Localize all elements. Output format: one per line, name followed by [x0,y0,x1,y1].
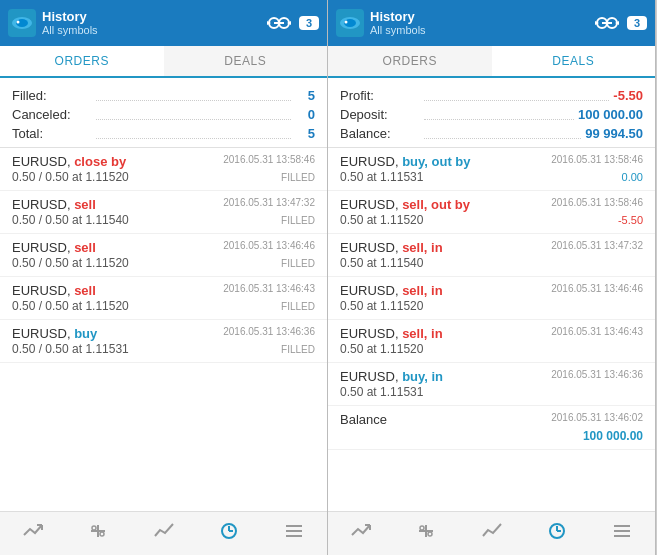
right-bottom-nav [328,511,655,555]
right-tab-orders[interactable]: ORDERS [328,46,492,76]
left-stat-filled-dots [96,91,291,101]
left-order-3-status: FILLED [281,258,315,269]
right-deal-2-symbol: EURUSD, sell, out by [340,197,470,212]
right-stat-deposit-dots [424,110,574,120]
left-stat-total-dots [96,129,291,139]
left-tab-deals[interactable]: DEALS [164,46,328,76]
right-deal-4[interactable]: EURUSD, sell, in 2016.05.31 13:46:46 0.5… [328,277,655,320]
left-tabs: ORDERS DEALS [0,46,327,78]
right-stats: Profit: -5.50 Deposit: 100 000.00 Balanc… [328,78,655,148]
right-deal-1[interactable]: EURUSD, buy, out by 2016.05.31 13:58:46 … [328,148,655,191]
svg-point-33 [428,532,432,536]
right-deal-1-profit: 0.00 [622,171,643,183]
left-nav-trade-icon [87,521,109,546]
left-order-5-datetime: 2016.05.31 13:46:36 [223,326,315,337]
left-stat-filled-label: Filled: [12,88,92,103]
left-order-4[interactable]: EURUSD, sell 2016.05.31 13:46:43 0.50 / … [0,277,327,320]
right-nav-quotes-icon [350,521,372,546]
left-order-5[interactable]: EURUSD, buy 2016.05.31 13:46:36 0.50 / 0… [0,320,327,363]
right-balance-item[interactable]: Balance 2016.05.31 13:46:02 100 000.00 [328,406,655,450]
right-nav-history-icon [546,521,568,546]
left-nav-quotes-icon [22,521,44,546]
right-deal-4-symbol: EURUSD, sell, in [340,283,443,298]
right-deal-1-type: buy, out by [402,154,470,169]
right-balance-label: Balance [340,412,387,427]
right-deal-3-datetime: 2016.05.31 13:47:32 [551,240,643,251]
left-order-2[interactable]: EURUSD, sell 2016.05.31 13:47:32 0.50 / … [0,191,327,234]
right-switch-button[interactable] [595,13,619,33]
left-nav-history-icon [218,521,240,546]
left-stat-filled: Filled: 5 [12,86,315,105]
left-badge: 3 [299,16,319,30]
right-nav-quotes[interactable] [328,512,393,555]
left-switch-button[interactable] [267,13,291,33]
right-deal-5-type: sell, in [402,326,442,341]
right-stat-profit-label: Profit: [340,88,420,103]
left-order-1-symbol: EURUSD, close by [12,154,126,169]
right-stat-balance-value: 99 994.50 [585,126,643,141]
right-nav-menu[interactable] [590,512,655,555]
left-app-icon [8,9,36,37]
left-order-1-status: FILLED [281,172,315,183]
left-order-5-status: FILLED [281,344,315,355]
left-bottom-nav [0,511,327,555]
right-deal-6[interactable]: EURUSD, buy, in 2016.05.31 13:46:36 0.50… [328,363,655,406]
right-deal-4-info: 0.50 at 1.11520 [340,299,423,313]
left-order-2-symbol: EURUSD, sell [12,197,96,212]
right-nav-chart[interactable] [459,512,524,555]
left-stat-total-label: Total: [12,126,92,141]
left-order-1[interactable]: EURUSD, close by 2016.05.31 13:58:46 0.5… [0,148,327,191]
left-nav-chart[interactable] [131,512,196,555]
left-order-4-type: sell [74,283,96,298]
right-stat-balance-dots [424,129,581,139]
left-order-4-status: FILLED [281,301,315,312]
right-nav-trade-icon [415,521,437,546]
right-nav-chart-icon [481,521,503,546]
left-stat-filled-value: 5 [295,88,315,103]
right-deal-1-info: 0.50 at 1.11531 [340,170,423,184]
left-order-4-info: 0.50 / 0.50 at 1.11520 [12,299,129,313]
right-nav-trade[interactable] [393,512,458,555]
right-stat-balance-label: Balance: [340,126,420,141]
left-nav-menu[interactable] [262,512,327,555]
right-tab-deals[interactable]: DEALS [492,46,656,78]
right-stat-profit-dots [424,91,609,101]
svg-point-2 [17,21,20,24]
left-stat-canceled-dots [96,110,291,120]
left-header-subtitle: All symbols [42,24,98,37]
right-deal-6-datetime: 2016.05.31 13:46:36 [551,369,643,380]
right-deal-6-type: buy, in [402,369,443,384]
left-nav-trade[interactable] [65,512,130,555]
right-deal-6-info: 0.50 at 1.11531 [340,385,423,399]
left-nav-quotes[interactable] [0,512,65,555]
right-header: History All symbols 3 [328,0,655,46]
right-deal-2-info: 0.50 at 1.11520 [340,213,423,227]
left-header-right: 3 [267,13,319,33]
right-nav-history[interactable] [524,512,589,555]
right-stat-deposit-value: 100 000.00 [578,107,643,122]
left-stat-canceled: Canceled: 0 [12,105,315,124]
right-deal-3[interactable]: EURUSD, sell, in 2016.05.31 13:47:32 0.5… [328,234,655,277]
left-nav-history[interactable] [196,512,261,555]
right-deal-2[interactable]: EURUSD, sell, out by 2016.05.31 13:58:46… [328,191,655,234]
right-deal-2-datetime: 2016.05.31 13:58:46 [551,197,643,208]
left-order-5-info: 0.50 / 0.50 at 1.11531 [12,342,129,356]
left-tab-orders[interactable]: ORDERS [0,46,164,78]
left-header-title: History [42,9,98,25]
right-nav-menu-icon [611,521,633,546]
left-header-titles: History All symbols [42,9,98,38]
left-orders-list: EURUSD, close by 2016.05.31 13:58:46 0.5… [0,148,327,511]
right-deal-5[interactable]: EURUSD, sell, in 2016.05.31 13:46:43 0.5… [328,320,655,363]
svg-point-32 [420,526,424,530]
left-stat-canceled-label: Canceled: [12,107,92,122]
left-order-3[interactable]: EURUSD, sell 2016.05.31 13:46:46 0.50 / … [0,234,327,277]
right-deal-2-type: sell, out by [402,197,470,212]
left-order-3-datetime: 2016.05.31 13:46:46 [223,240,315,251]
left-order-4-symbol: EURUSD, sell [12,283,96,298]
left-order-2-datetime: 2016.05.31 13:47:32 [223,197,315,208]
right-stat-deposit: Deposit: 100 000.00 [340,105,643,124]
svg-point-13 [100,532,104,536]
right-deal-6-symbol: EURUSD, buy, in [340,369,443,384]
left-order-2-info: 0.50 / 0.50 at 1.11540 [12,213,129,227]
right-deals-list: EURUSD, buy, out by 2016.05.31 13:58:46 … [328,148,655,511]
